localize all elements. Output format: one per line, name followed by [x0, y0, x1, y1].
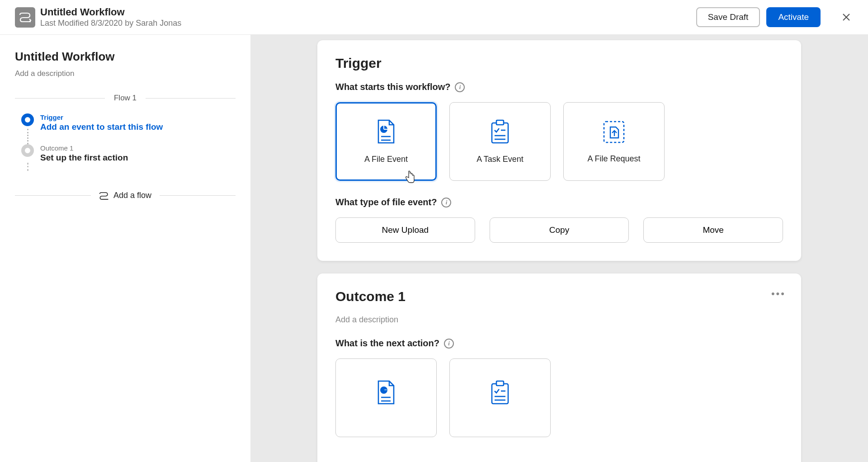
sidebar-step-outcome-1[interactable]: Outcome 1 Set up the first action	[15, 144, 236, 163]
outcome-option-file-action[interactable]	[335, 358, 437, 437]
file-event-type-row: New Upload Copy Move	[335, 217, 783, 243]
file-request-icon	[602, 120, 626, 146]
file-event-icon	[376, 119, 396, 146]
file-event-type-move[interactable]: Move	[643, 217, 783, 243]
trigger-option-row: A File Event A Task Event	[335, 102, 783, 181]
file-event-type-copy[interactable]: Copy	[490, 217, 629, 243]
close-icon	[842, 13, 851, 22]
add-flow-label: Add a flow	[113, 191, 151, 200]
tile-label: A File Request	[587, 154, 640, 164]
outcome-description[interactable]: Add a description	[335, 315, 783, 325]
step-label: Trigger	[40, 113, 163, 121]
activate-button[interactable]: Activate	[766, 7, 821, 27]
outcome-option-row	[335, 358, 783, 437]
flow-label: Flow 1	[105, 94, 146, 103]
step-marker-active-icon	[21, 113, 34, 126]
app-header: Untitled Workflow Last Modified 8/3/2020…	[0, 0, 868, 35]
add-flow-row: Add a flow	[15, 191, 236, 200]
workflow-icon	[15, 7, 35, 28]
save-draft-button[interactable]: Save Draft	[696, 7, 760, 27]
task-event-icon	[489, 119, 511, 146]
close-button[interactable]	[840, 10, 853, 24]
step-title: Set up the first action	[40, 153, 128, 163]
svg-rect-16	[496, 381, 504, 386]
task-action-icon	[489, 380, 511, 407]
svg-rect-15	[492, 384, 508, 404]
file-action-icon	[376, 380, 396, 407]
trigger-question-1: What starts this workflow?	[335, 82, 450, 92]
tile-label: A Task Event	[476, 155, 524, 164]
sidebar-step-trigger[interactable]: Trigger Add an event to start this flow	[15, 113, 236, 144]
file-event-type-new-upload[interactable]: New Upload	[335, 217, 475, 243]
trigger-card-title: Trigger	[335, 56, 783, 71]
trigger-card: Trigger What starts this workflow? i	[317, 40, 801, 261]
tile-label: A File Event	[364, 155, 408, 164]
trigger-question-2: What type of file event?	[335, 197, 437, 207]
sidebar: Untitled Workflow Add a description Flow…	[0, 35, 250, 462]
card-more-button[interactable]: •••	[771, 288, 786, 300]
workflow-title: Untitled Workflow	[40, 6, 181, 18]
main-canvas[interactable]: Trigger What starts this workflow? i	[250, 35, 868, 462]
header-titles: Untitled Workflow Last Modified 8/3/2020…	[40, 6, 181, 28]
outcome-card-title: Outcome 1	[335, 289, 783, 304]
sidebar-workflow-title[interactable]: Untitled Workflow	[15, 50, 236, 64]
step-title: Add an event to start this flow	[40, 122, 163, 132]
info-icon[interactable]: i	[444, 339, 454, 349]
svg-rect-5	[492, 123, 508, 143]
outcome-question: What is the next action?	[335, 338, 439, 349]
outcome-card: ••• Outcome 1 Add a description What is …	[317, 273, 801, 462]
svg-rect-6	[496, 120, 504, 125]
flow-path-icon	[99, 192, 109, 200]
outcome-option-task-action[interactable]	[449, 358, 551, 437]
step-label: Outcome 1	[40, 144, 128, 152]
add-flow-button[interactable]: Add a flow	[91, 191, 160, 200]
info-icon[interactable]: i	[455, 82, 465, 92]
trigger-option-file-event[interactable]: A File Event	[335, 102, 437, 181]
sidebar-description[interactable]: Add a description	[15, 69, 236, 78]
flow-divider-row: Flow 1	[15, 94, 236, 103]
workflow-subtitle: Last Modified 8/3/2020 by Sarah Jonas	[40, 19, 181, 28]
step-marker-inactive-icon	[21, 144, 34, 157]
trigger-option-task-event[interactable]: A Task Event	[449, 102, 551, 181]
info-icon[interactable]: i	[441, 198, 451, 207]
trigger-option-file-request[interactable]: A File Request	[563, 102, 665, 181]
